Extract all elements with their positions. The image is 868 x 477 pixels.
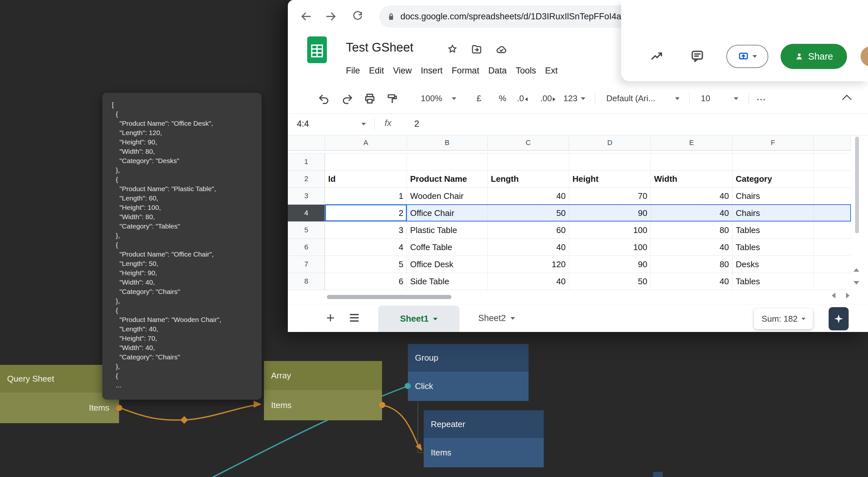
cell-c1[interactable] — [488, 154, 569, 170]
cell-g2[interactable] — [814, 170, 851, 188]
cell-c6[interactable]: 40 — [488, 239, 569, 256]
menu-tools[interactable]: Tools — [511, 64, 540, 78]
cell-c3[interactable]: 40 — [488, 188, 569, 205]
tab-sheet2[interactable]: Sheet2 — [472, 304, 521, 332]
format-percent-button[interactable]: % — [499, 94, 506, 103]
node-repeater-items-row[interactable]: Items — [424, 438, 544, 467]
node-query-sheet-items-row[interactable]: Items — [0, 393, 119, 423]
menu-extensions[interactable]: Ext — [540, 64, 562, 78]
cell-b6[interactable]: Coffe Table — [407, 239, 488, 256]
cell-e5[interactable]: 80 — [651, 222, 733, 239]
cell-a7[interactable]: 5 — [325, 256, 407, 273]
node-group-header[interactable]: Group — [408, 344, 529, 372]
cell-f3[interactable]: Chairs — [733, 188, 814, 205]
row-header[interactable]: 8 — [288, 273, 325, 290]
cell-a6[interactable]: 4 — [325, 239, 407, 256]
increase-decimal-button[interactable]: .00 — [540, 94, 555, 103]
row-header[interactable]: 2 — [288, 170, 325, 188]
number-format-chevron-icon[interactable] — [581, 97, 585, 100]
collapse-toolbar-icon[interactable] — [843, 96, 850, 103]
format-currency-button[interactable]: £ — [476, 94, 481, 103]
cell-a8[interactable]: 6 — [325, 273, 407, 290]
row-header[interactable]: 6 — [288, 239, 325, 256]
print-icon[interactable] — [363, 92, 377, 106]
cell-e8[interactable]: 40 — [651, 273, 733, 290]
node-repeater[interactable]: Repeater Items — [424, 410, 544, 467]
cell-a2[interactable]: Id — [325, 170, 407, 188]
name-box[interactable]: 4:4 — [297, 119, 309, 129]
column-header-d[interactable]: D — [569, 135, 651, 150]
cell-e7[interactable]: 80 — [651, 256, 733, 273]
more-toolbar-button[interactable]: ⋯ — [756, 94, 766, 105]
zoom-chevron-icon[interactable] — [452, 97, 456, 100]
cell-d2[interactable]: Height — [569, 170, 651, 188]
sheets-logo-icon[interactable] — [307, 36, 327, 64]
cloud-saved-icon[interactable] — [496, 44, 507, 56]
cell-b8[interactable]: Side Table — [407, 273, 488, 290]
cell-a3[interactable]: 1 — [325, 188, 407, 205]
cell-c2[interactable]: Length — [488, 170, 569, 188]
cell-b3[interactable]: Wooden Chair — [407, 188, 488, 205]
menu-insert[interactable]: Insert — [416, 64, 447, 78]
row-header[interactable]: 7 — [288, 256, 325, 273]
cell-f7[interactable]: Desks — [733, 256, 814, 273]
cell-e2[interactable]: Width — [651, 170, 733, 188]
cell-a1[interactable] — [325, 154, 407, 170]
output-port[interactable] — [116, 405, 122, 411]
cell-d4[interactable]: 90 — [569, 205, 651, 222]
font-chevron-icon[interactable] — [675, 97, 680, 100]
cell-b4[interactable]: Office Chair — [407, 205, 488, 222]
cell-g6[interactable] — [814, 239, 851, 256]
scroll-down-arrow[interactable] — [854, 281, 859, 284]
cell-d8[interactable]: 50 — [569, 273, 651, 290]
cell-b7[interactable]: Office Desk — [407, 256, 488, 273]
undo-icon[interactable] — [317, 92, 331, 106]
reload-button[interactable] — [352, 11, 363, 22]
share-button[interactable]: Share — [780, 44, 847, 69]
cell-g8[interactable] — [814, 273, 851, 290]
scroll-up-arrow[interactable] — [854, 268, 859, 272]
back-button[interactable] — [300, 11, 312, 22]
menu-file[interactable]: File — [341, 64, 365, 78]
name-box-chevron-icon[interactable] — [362, 123, 366, 125]
node-query-sheet-header[interactable]: Query Sheet — [0, 365, 119, 393]
cell-f6[interactable]: Tables — [733, 239, 814, 256]
cell-b1[interactable] — [407, 154, 488, 170]
menu-data[interactable]: Data — [484, 64, 511, 78]
all-sheets-menu-icon[interactable] — [350, 314, 359, 322]
node-repeater-header[interactable]: Repeater — [424, 410, 544, 438]
move-to-folder-icon[interactable] — [471, 44, 482, 55]
cell-g4[interactable] — [814, 205, 851, 222]
partial-node[interactable] — [653, 472, 663, 477]
output-port[interactable] — [379, 402, 385, 408]
cell-c4[interactable]: 50 — [488, 205, 569, 222]
insights-trend-icon[interactable] — [650, 49, 664, 63]
cell-d6[interactable]: 100 — [569, 239, 651, 256]
account-avatar[interactable] — [861, 46, 868, 66]
cell-a5[interactable]: 3 — [325, 222, 407, 239]
zoom-select[interactable]: 100% — [421, 94, 442, 103]
row-header[interactable]: 5 — [288, 222, 325, 239]
cell-e4[interactable]: 40 — [651, 205, 733, 222]
cell-g1[interactable] — [814, 154, 851, 170]
font-size-chevron-icon[interactable] — [734, 97, 738, 100]
cell-b5[interactable]: Plastic Table — [407, 222, 488, 239]
node-array-header[interactable]: Array — [264, 361, 382, 390]
row-header-selected[interactable]: 4 — [288, 205, 325, 222]
menu-format[interactable]: Format — [447, 64, 484, 78]
add-sheet-button[interactable]: + — [323, 310, 338, 326]
cell-c7[interactable]: 120 — [488, 256, 569, 273]
cell-f1[interactable] — [733, 154, 814, 170]
column-header-partial[interactable] — [814, 135, 851, 150]
comments-icon[interactable] — [690, 49, 704, 63]
horizontal-scrollbar[interactable] — [327, 295, 452, 299]
column-header-c[interactable]: C — [488, 135, 569, 150]
cell-d3[interactable]: 70 — [569, 188, 651, 205]
row-header[interactable]: 3 — [288, 188, 325, 205]
cell-e1[interactable] — [651, 154, 733, 170]
cell-g7[interactable] — [814, 256, 851, 273]
cell-f8[interactable]: Tables — [733, 273, 814, 290]
cell-a4-active[interactable]: 2 — [325, 205, 407, 222]
formula-input[interactable]: 2 — [414, 119, 419, 129]
paint-format-icon[interactable] — [385, 92, 400, 106]
